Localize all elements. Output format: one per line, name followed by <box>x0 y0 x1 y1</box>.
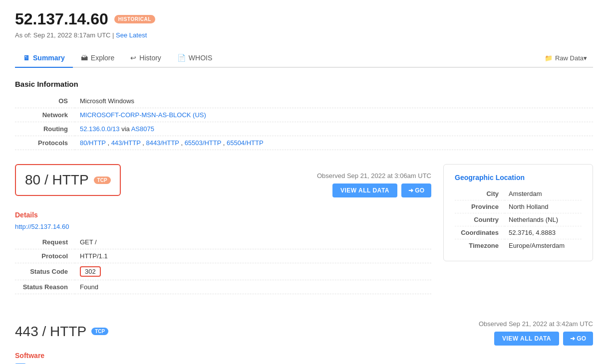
protocol-80-go-button[interactable]: ➜ GO <box>401 183 431 197</box>
protocol-443-view-all-button[interactable]: VIEW ALL DATA <box>494 332 559 346</box>
protocol-80-tcp-badge: TCP <box>94 177 111 184</box>
table-row: Network MICROSOFT-CORP-MSN-AS-BLOCK (US) <box>15 108 593 122</box>
protocol-443-number: 443 / HTTP <box>15 324 86 340</box>
network-link[interactable]: MICROSOFT-CORP-MSN-AS-BLOCK (US) <box>80 111 206 119</box>
routing-label: Routing <box>15 122 75 136</box>
protocol-80-info-table: Request GET / Protocol HTTP/1.1 Status C… <box>15 235 431 294</box>
protocol-443-tcp-badge: TCP <box>91 328 108 335</box>
see-latest-link[interactable]: See Latest <box>116 31 147 39</box>
tab-whois-icon: 📄 <box>177 54 186 62</box>
basic-info-title: Basic Information <box>15 80 593 88</box>
protocol-80-top: 80 / HTTP TCP Observed Sep 21, 2022 at 3… <box>15 164 593 306</box>
network-label: Network <box>15 108 75 122</box>
protocol-443-header-row: 443 / HTTP TCP <box>15 324 108 340</box>
os-label: OS <box>15 94 75 108</box>
tab-history-icon: ↩ <box>130 54 136 62</box>
timezone-value: Europe/Amsterdam <box>505 239 582 252</box>
province-label: Province <box>455 200 505 213</box>
protocol-value: HTTP/1.1 <box>75 249 431 263</box>
status-reason-value: Found <box>75 280 431 294</box>
raw-data-label: Raw Data▾ <box>555 54 587 62</box>
table-row: Coordinates 52.3716, 4.8883 <box>455 226 582 239</box>
proto-65503-link[interactable]: 65503/HTTP <box>185 139 221 147</box>
routing-cidr-link[interactable]: 52.136.0.0/13 <box>80 125 120 133</box>
geo-title: Geographic Location <box>455 174 582 182</box>
basic-info-table: OS Microsoft Windows Network MICROSOFT-C… <box>15 94 593 150</box>
coordinates-value: 52.3716, 4.8883 <box>505 226 582 239</box>
protocol-80-section: 80 / HTTP TCP Observed Sep 21, 2022 at 3… <box>15 164 593 306</box>
protocol-80-number: 80 / HTTP <box>25 172 89 188</box>
table-row: Province North Holland <box>455 200 582 213</box>
ip-title-row: 52.137.14.60 HISTORICAL <box>15 10 593 28</box>
tab-explore-label: Explore <box>91 54 114 62</box>
protocol-443-section: 443 / HTTP TCP Observed Sep 21, 2022 at … <box>15 320 593 364</box>
timezone-label: Timezone <box>455 239 505 252</box>
protocols-value: 80/HTTP , 443/HTTP , 8443/HTTP , 65503/H… <box>75 136 593 150</box>
table-row: OS Microsoft Windows <box>15 94 593 108</box>
protocol-80-details-title: Details <box>15 211 431 219</box>
proto-443-link[interactable]: 443/HTTP <box>111 139 141 147</box>
country-label: Country <box>455 213 505 226</box>
table-row: Status Reason Found <box>15 280 431 294</box>
table-row: Routing 52.136.0.0/13 via AS8075 <box>15 122 593 136</box>
protocol-80-url[interactable]: http://52.137.14.60 <box>15 223 431 230</box>
geo-card: Geographic Location City Amsterdam Provi… <box>443 164 593 261</box>
country-value: Netherlands (NL) <box>505 213 582 226</box>
city-value: Amsterdam <box>505 187 582 200</box>
status-reason-label: Status Reason <box>15 280 75 294</box>
protocol-443-actions: VIEW ALL DATA ➜ GO <box>494 332 593 346</box>
tab-explore-icon: 🏔 <box>81 54 88 62</box>
page-header: 52.137.14.60 HISTORICAL As of: Sep 21, 2… <box>15 10 593 39</box>
os-value: Microsoft Windows <box>75 94 593 108</box>
as-of-row: As of: Sep 21, 2022 8:17am UTC | See Lat… <box>15 31 593 39</box>
protocol-80-actions: VIEW ALL DATA ➜ GO <box>332 183 431 197</box>
network-value: MICROSOFT-CORP-MSN-AS-BLOCK (US) <box>75 108 593 122</box>
tab-whois[interactable]: 📄 WHOIS <box>169 49 220 68</box>
tabs-bar: 🖥 Summary 🏔 Explore ↩ History 📄 WHOIS 📁 … <box>15 49 593 68</box>
proto-80-link[interactable]: 80/HTTP <box>80 139 106 147</box>
coordinates-label: Coordinates <box>455 226 505 239</box>
request-value: GET / <box>75 235 431 249</box>
protocol-80-badge-block: 80 / HTTP TCP <box>15 164 121 196</box>
status-code-value: 302 <box>75 263 431 280</box>
basic-info-section: Basic Information OS Microsoft Windows N… <box>15 80 593 150</box>
table-row: Protocols 80/HTTP , 443/HTTP , 8443/HTTP… <box>15 136 593 150</box>
city-label: City <box>455 187 505 200</box>
raw-data-button[interactable]: 📁 Raw Data▾ <box>539 50 593 66</box>
ip-address: 52.137.14.60 <box>15 10 108 28</box>
table-row: Status Code 302 <box>15 263 431 280</box>
protocol-443-go-button[interactable]: ➜ GO <box>563 332 593 346</box>
protocol-80-left: 80 / HTTP TCP Observed Sep 21, 2022 at 3… <box>15 164 431 306</box>
folder-icon: 📁 <box>545 54 553 62</box>
tab-summary[interactable]: 🖥 Summary <box>15 49 73 68</box>
table-row: City Amsterdam <box>455 187 582 200</box>
proto-8443-link[interactable]: 8443/HTTP <box>146 139 179 147</box>
routing-via: via <box>121 125 131 133</box>
as-of-text: As of: Sep 21, 2022 8:17am UTC <box>15 31 111 39</box>
status-code-label: Status Code <box>15 263 75 280</box>
tab-explore[interactable]: 🏔 Explore <box>73 49 122 68</box>
table-row: Protocol HTTP/1.1 <box>15 249 431 263</box>
table-row: Country Netherlands (NL) <box>455 213 582 226</box>
routing-as-link[interactable]: AS8075 <box>131 125 154 133</box>
protocol-443-observed: Observed Sep 21, 2022 at 3:42am UTC <box>479 320 593 328</box>
tab-history-label: History <box>139 54 161 62</box>
table-row: Request GET / <box>15 235 431 249</box>
protocol-80-view-all-button[interactable]: VIEW ALL DATA <box>332 183 397 197</box>
software-title: Software <box>15 352 593 360</box>
historical-badge: HISTORICAL <box>114 15 155 23</box>
protocol-80-observed: Observed Sep 21, 2022 at 3:06am UTC <box>317 172 431 180</box>
protocols-label: Protocols <box>15 136 75 150</box>
tab-summary-label: Summary <box>33 54 65 62</box>
tab-history[interactable]: ↩ History <box>122 49 169 68</box>
protocol-80-header: 80 / HTTP TCP <box>25 172 111 188</box>
request-label: Request <box>15 235 75 249</box>
province-value: North Holland <box>505 200 582 213</box>
tab-whois-label: WHOIS <box>189 54 212 62</box>
geo-table: City Amsterdam Province North Holland Co… <box>455 187 582 252</box>
table-row: Timezone Europe/Amsterdam <box>455 239 582 252</box>
status-code-badge: 302 <box>80 266 101 277</box>
tab-summary-icon: 🖥 <box>23 54 30 62</box>
proto-65504-link[interactable]: 65504/HTTP <box>227 139 264 147</box>
protocol-label: Protocol <box>15 249 75 263</box>
